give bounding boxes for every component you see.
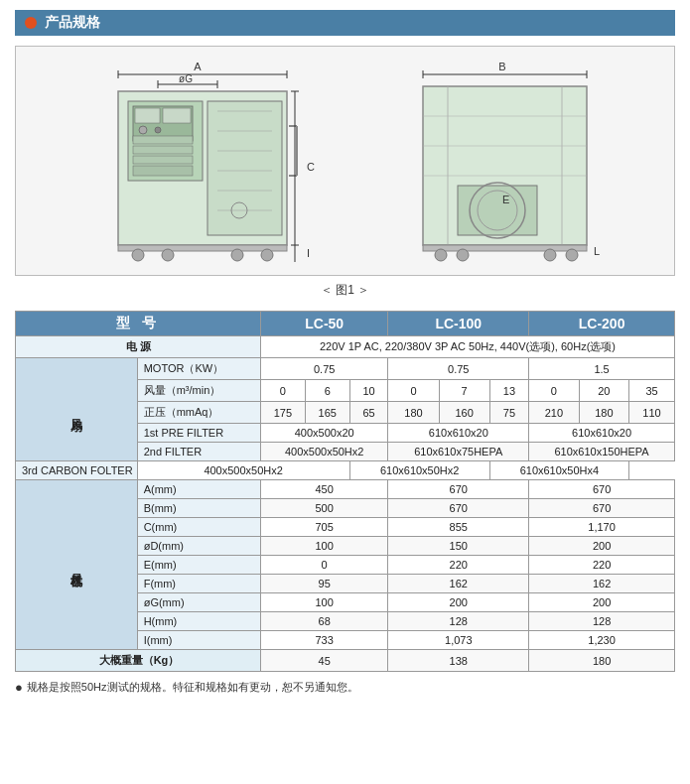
filter3-row: 3rd CARBON FOLTER 400x500x50Hx2 610x610x… (16, 461, 675, 480)
filter3-lc50: 400x500x50Hx2 (137, 461, 349, 480)
dim-H-lc50: 68 (260, 612, 387, 631)
svg-rect-30 (118, 245, 287, 251)
airflow-lc200-1: 20 (579, 380, 628, 402)
filter1-lc50: 400x500x20 (260, 424, 387, 443)
caption-text: ＜ 图1 ＞ (321, 283, 369, 297)
dim-B-lc50: 500 (260, 499, 387, 518)
svg-rect-19 (207, 101, 282, 235)
dim-F-lc50: 95 (260, 575, 387, 593)
svg-text:øG: øG (179, 73, 193, 84)
dim-E-lc50: 0 (260, 556, 387, 575)
pressure-lc200-0: 210 (529, 402, 579, 424)
dim-C-lc100: 855 (388, 518, 529, 537)
svg-text:E: E (502, 194, 509, 205)
dim-D-label: øD(mm) (137, 537, 260, 556)
svg-point-59 (566, 249, 578, 261)
dim-A-row: 机器尺寸 A(mm) 450 670 670 (16, 480, 675, 499)
svg-rect-17 (133, 156, 193, 164)
svg-point-58 (544, 249, 556, 261)
dim-H-lc200: 128 (529, 612, 675, 631)
svg-point-57 (457, 249, 469, 261)
airflow-lc100-2: 13 (489, 380, 528, 402)
dim-E-label: E(mm) (137, 556, 260, 575)
dim-D-lc50: 100 (260, 537, 387, 556)
svg-text:L: L (594, 245, 600, 257)
svg-point-32 (162, 249, 174, 261)
weight-label: 大概重量（Kg） (16, 650, 261, 672)
airflow-lc100-1: 7 (439, 380, 489, 402)
col-header-lc100: LC-100 (388, 312, 529, 336)
dim-D-lc100: 150 (388, 537, 529, 556)
dim-C-lc50: 705 (260, 518, 387, 537)
dim-G-label: øG(mm) (137, 593, 260, 612)
dim-I-lc50: 733 (260, 631, 387, 650)
dim-B-lc200: 670 (529, 499, 675, 518)
motor-lc100: 0.75 (388, 358, 529, 380)
filter3-lc100: 610x610x50Hx2 (349, 461, 489, 480)
airflow-lc50-0: 0 (260, 380, 305, 402)
dim-G-lc50: 100 (260, 593, 387, 612)
page-wrapper: 产品规格 A øG (0, 0, 690, 705)
svg-text:I: I (307, 247, 310, 259)
pressure-lc50-1: 165 (305, 402, 349, 424)
diagram-area: A øG (15, 46, 675, 276)
footer-bullet: ● (15, 680, 23, 695)
svg-rect-18 (133, 166, 193, 176)
svg-rect-16 (133, 146, 193, 154)
dim-G-lc200: 200 (529, 593, 675, 612)
weight-lc200: 180 (529, 650, 675, 672)
svg-rect-55 (423, 245, 587, 251)
diagram-right: B E (403, 57, 621, 265)
dim-I-label: I(mm) (137, 631, 260, 650)
dim-E-lc100: 220 (388, 556, 529, 575)
header-title: 产品规格 (45, 14, 100, 32)
power-value: 220V 1P AC, 220/380V 3P AC 50Hz, 440V(选项… (260, 336, 674, 358)
filter1-label: 1st PRE FILTER (137, 424, 260, 443)
filter2-lc100: 610x610x75HEPA (388, 443, 529, 461)
pressure-label: 正压（mmAq） (137, 402, 260, 424)
dim-I-lc200: 1,230 (529, 631, 675, 650)
pressure-lc50-2: 65 (349, 402, 388, 424)
filter2-lc200: 610x610x150HEPA (529, 443, 675, 461)
header-dot (25, 17, 37, 29)
dims-section-label: 机器尺寸 (16, 480, 138, 650)
col-header-model: 型 号 (16, 312, 261, 336)
svg-text:C: C (307, 161, 315, 173)
svg-point-14 (155, 127, 161, 133)
airflow-label: 风量（m³/min） (137, 380, 260, 402)
weight-lc100: 138 (388, 650, 529, 672)
dim-E-lc200: 220 (529, 556, 675, 575)
weight-lc50: 45 (260, 650, 387, 672)
motor-label: MOTOR（KW） (137, 358, 260, 380)
pressure-lc100-0: 180 (388, 402, 439, 424)
dim-F-label: F(mm) (137, 575, 260, 593)
diagram-caption: ＜ 图1 ＞ (15, 282, 675, 299)
airflow-lc50-2: 10 (349, 380, 388, 402)
svg-rect-15 (133, 136, 193, 144)
footer-text: 规格是按照50Hz测试的规格。特征和规格如有更动，恕不另通知您。 (27, 680, 358, 695)
svg-rect-11 (135, 108, 160, 123)
filter3-lc200: 610x610x50Hx4 (489, 461, 628, 480)
fan-section-label: 风扇 (16, 358, 138, 461)
svg-point-56 (435, 249, 447, 261)
spec-table: 型 号 LC-50 LC-100 LC-200 电 源 220V 1P AC, … (15, 311, 675, 672)
dim-B-label: B(mm) (137, 499, 260, 518)
dim-C-label: C(mm) (137, 518, 260, 537)
svg-rect-12 (163, 108, 191, 123)
dim-H-label: H(mm) (137, 612, 260, 631)
dim-C-lc200: 1,170 (529, 518, 675, 537)
dim-F-lc100: 162 (388, 575, 529, 593)
pressure-lc50-0: 175 (260, 402, 305, 424)
motor-lc200: 1.5 (529, 358, 675, 380)
svg-point-13 (139, 126, 147, 134)
dim-A-lc100: 670 (388, 480, 529, 499)
weight-row: 大概重量（Kg） 45 138 180 (16, 650, 675, 672)
dim-A-label: A(mm) (137, 480, 260, 499)
dim-B-lc100: 670 (388, 499, 529, 518)
pressure-lc100-2: 75 (489, 402, 528, 424)
col-header-lc50: LC-50 (260, 312, 387, 336)
dim-I-lc100: 1,073 (388, 631, 529, 650)
power-label: 电 源 (16, 336, 261, 358)
svg-point-33 (231, 249, 243, 261)
pressure-lc200-1: 180 (579, 402, 628, 424)
